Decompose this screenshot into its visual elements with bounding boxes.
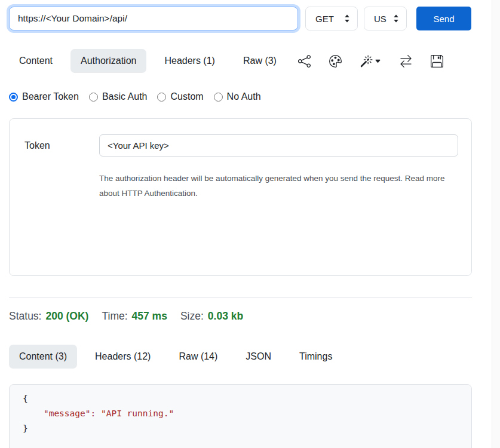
code-line: { xyxy=(23,391,471,406)
response-tab-content-3[interactable]: Content (3) xyxy=(9,345,77,369)
caret-down-icon xyxy=(375,58,381,65)
radio-icon[interactable] xyxy=(214,93,223,102)
response-tab-timings[interactable]: Timings xyxy=(289,345,342,369)
size-label: Size: xyxy=(180,310,204,323)
response-tab-headers-12[interactable]: Headers (12) xyxy=(85,345,161,369)
palette-icon[interactable] xyxy=(329,55,342,67)
tab-raw-3[interactable]: Raw (3) xyxy=(233,49,287,73)
up-down-arrows-icon xyxy=(344,14,350,23)
swap-arrows-icon[interactable] xyxy=(400,55,412,67)
auth-radio-basic-auth[interactable]: Basic Auth xyxy=(89,91,148,102)
method-select-value: GET xyxy=(315,14,334,24)
auth-radio-custom[interactable]: Custom xyxy=(157,91,203,102)
status-value: 200 (OK) xyxy=(45,310,88,323)
response-summary: Status: 200 (OK) Time: 457 ms Size: 0.03… xyxy=(9,310,472,323)
auth-radio-bearer-token[interactable]: Bearer Token xyxy=(9,91,79,102)
radio-label: Basic Auth xyxy=(102,91,148,102)
up-down-arrows-icon xyxy=(393,14,399,23)
magic-wand-dropdown-icon[interactable] xyxy=(360,55,381,67)
code-line: } xyxy=(23,421,471,436)
token-input[interactable] xyxy=(99,134,458,157)
token-panel: Token The authorization header will be a… xyxy=(9,118,472,276)
radio-label: No Auth xyxy=(227,91,261,102)
tab-authorization[interactable]: Authorization xyxy=(70,49,146,73)
tab-content[interactable]: Content xyxy=(9,49,63,73)
request-bar: GET US Send xyxy=(9,6,472,31)
request-tabs: ContentAuthorizationHeaders (1)Raw (3) xyxy=(9,49,295,73)
code-line: "message": "API running." xyxy=(23,406,471,421)
save-icon[interactable] xyxy=(431,55,443,67)
status-label: Status: xyxy=(9,310,41,323)
radio-icon[interactable] xyxy=(89,93,98,102)
token-label: Token xyxy=(24,140,99,151)
region-select[interactable]: US xyxy=(364,7,407,30)
radio-icon[interactable] xyxy=(157,93,166,102)
request-tabs-row: ContentAuthorizationHeaders (1)Raw (3) xyxy=(9,49,472,73)
auth-type-radios: Bearer TokenBasic AuthCustomNo Auth xyxy=(9,91,472,102)
page-scrollbar[interactable] xyxy=(492,0,500,448)
toolbar-icons xyxy=(298,55,443,67)
time-value: 457 ms xyxy=(132,310,167,323)
api-client-page: GET US Send ContentAuthorizationHeaders … xyxy=(9,6,472,448)
radio-label: Bearer Token xyxy=(22,91,79,102)
json-key: "message" xyxy=(44,409,91,418)
url-input[interactable] xyxy=(9,7,298,30)
tab-headers-1[interactable]: Headers (1) xyxy=(154,49,225,73)
response-tab-json[interactable]: JSON xyxy=(235,345,281,369)
json-value: "API running." xyxy=(101,409,174,418)
token-help-text: The authorization header will be automat… xyxy=(99,171,449,201)
method-select[interactable]: GET xyxy=(305,7,358,30)
section-divider xyxy=(9,297,472,297)
response-body: { "message": "API running."} xyxy=(9,384,472,448)
region-select-value: US xyxy=(374,14,386,24)
size-value: 0.03 kb xyxy=(208,310,243,323)
time-label: Time: xyxy=(102,310,127,323)
radio-label: Custom xyxy=(170,91,203,102)
send-button[interactable]: Send xyxy=(416,7,471,30)
radio-icon[interactable] xyxy=(9,93,18,102)
auth-radio-no-auth[interactable]: No Auth xyxy=(214,91,261,102)
response-tabs: Content (3)Headers (12)Raw (14)JSONTimin… xyxy=(9,345,472,369)
response-tab-raw-14[interactable]: Raw (14) xyxy=(168,345,228,369)
share-icon[interactable] xyxy=(298,55,311,67)
